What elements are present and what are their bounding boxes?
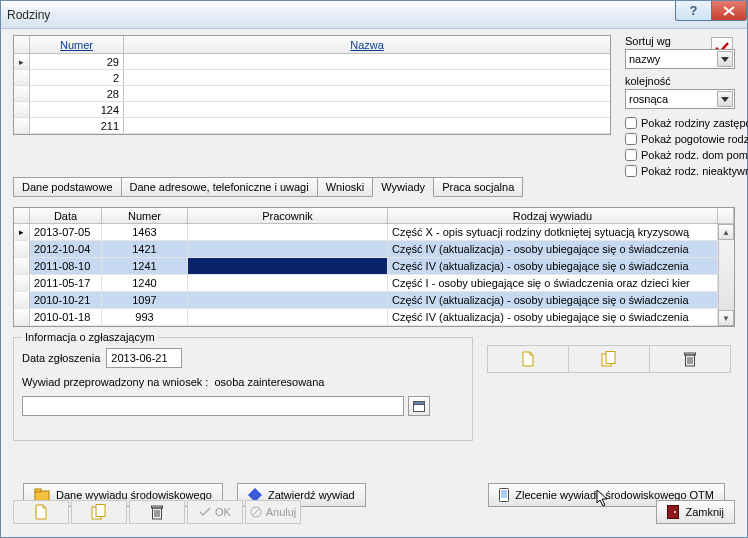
tab-praca-socjalna[interactable]: Praca socjalna [433,177,523,197]
new-record-button[interactable] [488,346,569,372]
svg-rect-5 [606,352,615,364]
new-file-icon [34,504,48,520]
svg-rect-25 [668,506,679,519]
help-button[interactable]: ? [675,1,711,21]
svg-rect-19 [152,506,163,508]
check-pogotowie[interactable]: Pokaż pogotowie rodzinne [625,131,735,147]
col-nazwa[interactable]: Nazwa [124,36,610,53]
scrollbar[interactable]: ▲ ▼ [718,224,734,326]
trash-icon [684,351,696,367]
zamknij-button[interactable]: Zamknij [656,500,735,524]
col-numer2[interactable]: Numer [102,208,188,223]
col-rodzaj[interactable]: Rodzaj wywiadu [388,208,718,223]
check-zastepcze[interactable]: Pokaż rodziny zastępcze [625,115,735,131]
cell-nazwa[interactable] [124,54,610,69]
tabbar: Dane podstawowe Dane adresowe, telefonic… [13,177,522,197]
sort-field-select[interactable]: nazwy [625,49,735,69]
cell-numer[interactable]: 29 [30,54,124,69]
anuluj-button[interactable]: Anuluj [245,500,301,524]
sort-label: Sortuj wg [625,35,735,47]
interviews-grid[interactable]: Data Numer Pracownik Rodzaj wywiadu ▸201… [13,207,735,327]
wniosek-value: osoba zainteresowana [214,376,324,388]
svg-line-24 [252,509,259,516]
svg-rect-3 [414,402,425,405]
close-button[interactable] [711,1,747,21]
table-row[interactable]: 2012-10-041421Część IV (aktualizacja) - … [14,241,718,258]
col-data[interactable]: Data [30,208,102,223]
bottom-toolbar: OK Anuluj Zamknij [13,497,735,527]
titlebar: Rodziny ? [1,1,747,29]
check-icon [199,507,211,517]
table-row[interactable]: 2011-05-171240Część I - osoby ubiegające… [14,275,718,292]
calendar-icon [413,400,425,412]
sort-panel: Sortuj wg nazwy kolejność rosnąca Pokaż … [625,35,735,179]
delete-record-button[interactable] [650,346,730,372]
svg-point-26 [674,511,676,513]
new-button[interactable] [13,500,69,524]
copy-record-button[interactable] [569,346,650,372]
svg-rect-17 [96,505,105,517]
table-row[interactable]: 2011-08-101241Część IV (aktualizacja) - … [14,258,718,275]
window: Rodziny ? Numer Nazwa ▸29 2 28 124 211 S [0,0,748,538]
check-nieaktywne[interactable]: Pokaż rodz. nieaktywne [625,163,735,179]
table-row[interactable]: 2010-01-18993Część IV (aktualizacja) - o… [14,309,718,326]
window-title: Rodziny [7,8,50,22]
calendar-button[interactable] [408,396,430,416]
record-toolbar [487,345,731,373]
data-zgloszenia-field[interactable]: 2013-06-21 [106,348,182,368]
ok-button[interactable]: OK [187,500,243,524]
data-zgloszenia-label: Data zgłoszenia [22,352,100,364]
tab-wnioski[interactable]: Wnioski [317,177,374,197]
col-pracownik[interactable]: Pracownik [188,208,388,223]
table-row[interactable]: ▸2013-07-051463Część X - opis sytuacji r… [14,224,718,241]
trash-icon [151,504,163,520]
scroll-up[interactable]: ▲ [718,224,734,240]
door-icon [667,505,679,519]
order-label: kolejność [625,75,735,87]
copy-icon [91,504,107,520]
copy-icon [601,351,617,367]
copy-button[interactable] [71,500,127,524]
table-row[interactable]: 2010-10-211097Część IV (aktualizacja) - … [14,292,718,309]
col-numer[interactable]: Numer [30,36,124,53]
info-legend: Informacja o zgłaszającym [22,331,158,343]
wniosek-label: Wywiad przeprowadzony na wniosek : [22,376,208,388]
delete-button[interactable] [129,500,185,524]
svg-rect-7 [685,353,696,355]
new-file-icon [521,351,535,367]
svg-rect-12 [35,489,41,492]
row-marker-header [14,36,30,53]
scroll-down[interactable]: ▼ [718,310,734,326]
tab-wywiady[interactable]: Wywiady [372,177,434,197]
row-marker: ▸ [14,54,30,69]
tab-dane-podstawowe[interactable]: Dane podstawowe [13,177,122,197]
info-groupbox: Informacja o zgłaszającym Data zgłoszeni… [13,337,473,441]
tab-dane-adresowe[interactable]: Dane adresowe, telefoniczne i uwagi [121,177,318,197]
extra-field[interactable] [22,396,404,416]
families-grid[interactable]: Numer Nazwa ▸29 2 28 124 211 [13,35,611,135]
sort-order-select[interactable]: rosnąca [625,89,735,109]
cancel-icon [250,506,262,518]
check-dompomocy[interactable]: Pokaż rodz. dom pomocy [625,147,735,163]
